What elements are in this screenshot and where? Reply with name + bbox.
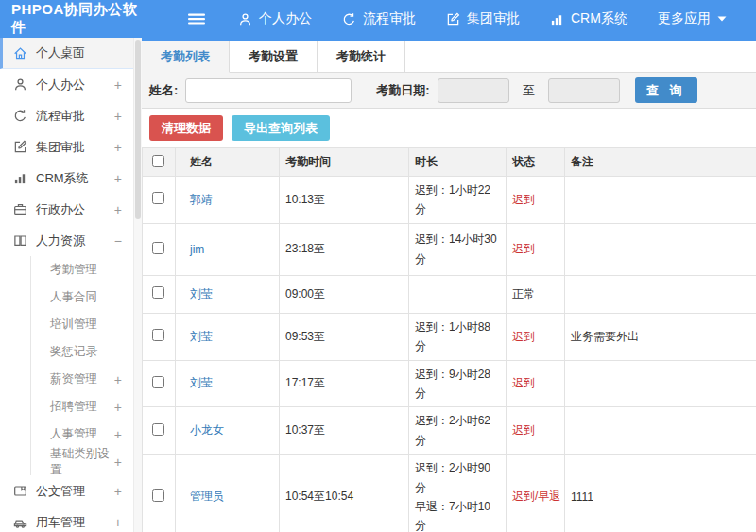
sidebar-subitem-label: 基础类别设置	[50, 446, 114, 478]
edit-icon	[13, 140, 27, 154]
attendance-time-cell: 09:00至	[280, 275, 409, 313]
expand-toggle-icon[interactable]: −	[114, 233, 122, 249]
sidebar-item-personal-office[interactable]: 个人办公+	[0, 69, 133, 100]
tab-attendance-settings[interactable]: 考勤设置	[230, 41, 318, 73]
expand-toggle-icon[interactable]: +	[114, 455, 122, 470]
duration-cell: 迟到：1小时88分	[409, 313, 507, 360]
sidebar-item-human-resources[interactable]: 人力资源−	[0, 225, 133, 256]
status-cell: 正常	[507, 275, 565, 313]
tab-bar: 考勤列表考勤设置考勤统计	[142, 41, 756, 73]
row-checkbox[interactable]	[152, 242, 164, 254]
sidebar-item-label: 用车管理	[36, 514, 85, 531]
name-filter-input[interactable]	[185, 78, 352, 103]
row-select-cell	[143, 455, 176, 532]
sidebar-item-group-approval[interactable]: 集团审批+	[0, 131, 133, 163]
sidebar-subitem-recruitment-management[interactable]: 招聘管理+	[31, 393, 133, 420]
nav-item-workflow-approval[interactable]: 流程审批	[342, 10, 416, 27]
sidebar-item-document-management[interactable]: 公文管理+	[0, 475, 133, 506]
row-checkbox[interactable]	[152, 286, 164, 299]
expand-toggle-icon[interactable]: +	[114, 484, 122, 499]
employee-name-cell: 刘莹	[176, 313, 280, 360]
row-select-cell	[143, 275, 176, 313]
date-to-label: 至	[523, 82, 535, 99]
status-cell: 迟到	[507, 177, 565, 224]
row-checkbox[interactable]	[152, 423, 164, 436]
book-icon	[13, 233, 27, 248]
status-cell: 迟到	[507, 360, 565, 407]
search-button[interactable]: 查 询	[635, 77, 697, 103]
sidebar-item-label: 人力资源	[36, 232, 85, 249]
sidebar-scrollbar[interactable]	[134, 38, 142, 532]
nav-item-group-approval[interactable]: 集团审批	[446, 10, 520, 27]
edit-icon	[446, 12, 460, 26]
sidebar-subitem-salary-management[interactable]: 薪资管理+	[31, 366, 133, 393]
expand-toggle-icon[interactable]: +	[114, 427, 122, 442]
note-cell	[565, 360, 756, 407]
status-badge: 迟到	[512, 193, 535, 206]
sidebar-scrollbar-thumb[interactable]	[135, 40, 141, 219]
employee-link[interactable]: jim	[190, 243, 204, 256]
sidebar-subitem-training-management[interactable]: 培训管理	[31, 311, 133, 338]
expand-toggle-icon[interactable]: +	[114, 400, 122, 415]
sidebar-item-personal-desktop[interactable]: 个人桌面	[0, 38, 133, 69]
employee-link[interactable]: 郭靖	[190, 193, 213, 206]
employee-link[interactable]: 刘莹	[190, 287, 213, 300]
employee-link[interactable]: 管理员	[190, 489, 224, 503]
table-row: 刘莹09:00至正常	[143, 275, 756, 313]
doc-icon	[13, 484, 27, 498]
briefcase-icon	[13, 202, 27, 216]
row-checkbox[interactable]	[152, 329, 164, 341]
sidebar-subitem-hr-contract[interactable]: 人事合同	[31, 283, 133, 311]
employee-link[interactable]: 刘莹	[190, 376, 213, 389]
date-to-input[interactable]	[548, 78, 620, 103]
expand-toggle-icon[interactable]: +	[114, 140, 122, 155]
app-logo: PHPOA协同办公软件	[0, 1, 142, 37]
nav-item-personal-office[interactable]: 个人办公	[238, 10, 312, 27]
sidebar-item-vehicle-management[interactable]: 用车管理+	[0, 506, 133, 532]
sidebar-subitem-label: 奖惩记录	[50, 344, 97, 360]
expand-toggle-icon[interactable]: +	[114, 202, 122, 217]
row-checkbox[interactable]	[152, 192, 164, 204]
employee-link[interactable]: 小龙女	[190, 423, 224, 437]
nav-item-label: 集团审批	[467, 10, 520, 27]
tab-attendance-stats[interactable]: 考勤统计	[318, 41, 405, 73]
sidebar-subitem-reward-punishment-record[interactable]: 奖惩记录	[31, 338, 133, 366]
nav-item-label: CRM系统	[571, 10, 627, 27]
export-list-button[interactable]: 导出查询列表	[232, 115, 330, 141]
employee-link[interactable]: 刘莹	[190, 330, 213, 343]
sidebar: 个人桌面个人办公+流程审批+集团审批+CRM系统+行政办公+人力资源−考勤管理人…	[0, 38, 134, 532]
date-from-input[interactable]	[438, 78, 509, 103]
row-checkbox[interactable]	[152, 489, 164, 502]
expand-toggle-icon[interactable]: +	[114, 171, 122, 186]
sidebar-item-crm-system[interactable]: CRM系统+	[0, 163, 133, 194]
note-cell	[565, 275, 756, 313]
sidebar-subitem-label: 人事合同	[50, 289, 97, 305]
row-select-cell	[143, 407, 176, 455]
select-all-checkbox[interactable]	[152, 155, 164, 167]
sidebar-subitem-personnel-management[interactable]: 人事管理+	[31, 420, 133, 448]
select-all-cell	[143, 148, 176, 177]
attendance-time-cell: 10:54至10:54	[280, 455, 409, 532]
table-row: jim23:18至迟到：14小时30分迟到	[143, 223, 756, 275]
tab-attendance-list[interactable]: 考勤列表	[142, 41, 230, 73]
status-badge: 迟到	[512, 376, 535, 389]
sidebar-item-workflow-approval[interactable]: 流程审批+	[0, 100, 133, 131]
sidebar-sublist-human-resources: 考勤管理人事合同培训管理奖惩记录薪资管理+招聘管理+人事管理+基础类别设置+	[30, 256, 133, 475]
sidebar-subitem-attendance-management[interactable]: 考勤管理	[31, 256, 133, 283]
main-content: 考勤列表考勤设置考勤统计 姓名: 考勤日期: 至 查 询 清理数据 导出查询列表…	[142, 38, 756, 532]
expand-toggle-icon[interactable]: +	[114, 372, 122, 387]
menu-toggle-icon[interactable]	[187, 11, 206, 26]
column-header: 考勤时间	[280, 148, 409, 177]
sidebar-subitem-label: 培训管理	[50, 317, 97, 333]
expand-toggle-icon[interactable]: +	[114, 77, 122, 93]
nav-item-more-apps[interactable]: 更多应用	[658, 10, 727, 27]
table-row: 刘莹09:53至迟到：1小时88分迟到业务需要外出	[143, 313, 756, 360]
sidebar-subitem-base-category-settings[interactable]: 基础类别设置+	[31, 448, 133, 475]
expand-toggle-icon[interactable]: +	[114, 109, 122, 124]
clear-data-button[interactable]: 清理数据	[149, 115, 223, 141]
nav-item-crm-system[interactable]: CRM系统	[550, 10, 627, 27]
expand-toggle-icon[interactable]: +	[114, 515, 122, 530]
sidebar-item-admin-office[interactable]: 行政办公+	[0, 194, 133, 225]
row-checkbox[interactable]	[152, 376, 164, 388]
duration-cell: 迟到：14小时30分	[409, 223, 507, 275]
